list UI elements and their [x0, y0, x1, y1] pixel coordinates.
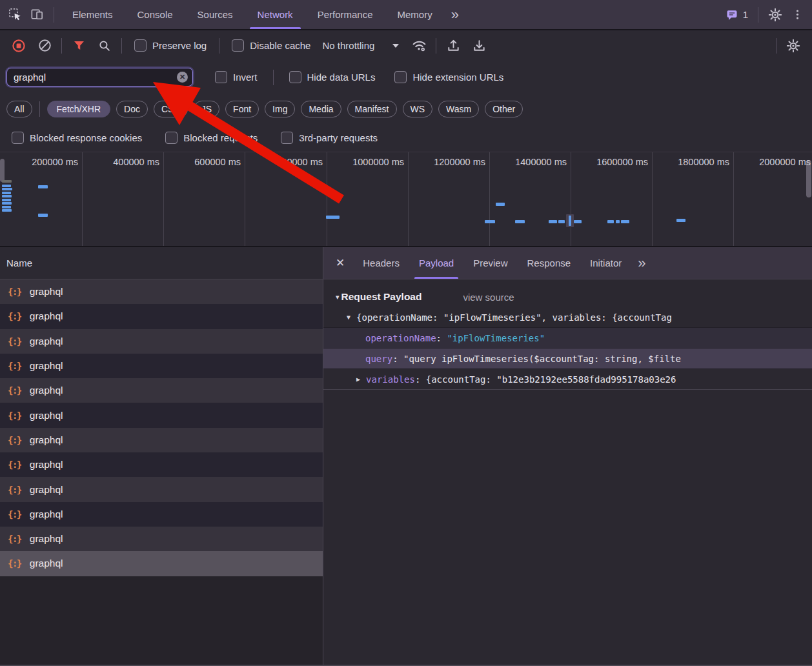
network-request-bar[interactable]: [676, 219, 685, 222]
tab-sources[interactable]: Sources: [185, 0, 245, 29]
collapse-triangle-icon[interactable]: ▾: [336, 293, 340, 301]
payload-operation-row[interactable]: operationName: "ipFlowTimeseries": [323, 327, 812, 348]
filter-chip-fetch-xhr[interactable]: Fetch/XHR: [47, 101, 110, 117]
more-detail-tabs-icon[interactable]: »: [631, 256, 652, 270]
tab-performance[interactable]: Performance: [305, 0, 385, 29]
tab-memory[interactable]: Memory: [385, 0, 445, 29]
network-request-bar[interactable]: [485, 220, 495, 223]
preserve-log-checkbox-group[interactable]: Preserve log: [134, 39, 207, 52]
network-request-bar[interactable]: [38, 185, 48, 188]
tab-console[interactable]: Console: [125, 0, 185, 29]
network-request-bar[interactable]: [2, 192, 11, 194]
tab-headers[interactable]: Headers: [353, 247, 409, 279]
more-tabs-icon[interactable]: »: [445, 8, 465, 22]
search-icon[interactable]: [94, 35, 116, 57]
filter-chip-css[interactable]: CSS: [154, 101, 188, 117]
table-row[interactable]: graphql: [0, 354, 323, 378]
hide-extension-urls-checkbox[interactable]: [394, 71, 407, 83]
table-row[interactable]: graphql: [0, 502, 323, 527]
blocked-cookies-checkbox-group[interactable]: Blocked response cookies: [12, 132, 142, 144]
kebab-menu-icon[interactable]: [786, 4, 808, 26]
payload-root-row[interactable]: ▼ {operationName: "ipFlowTimeseries", va…: [323, 307, 812, 327]
tab-payload[interactable]: Payload: [409, 247, 463, 279]
hide-extension-urls-checkbox-group[interactable]: Hide extension URLs: [394, 71, 503, 83]
filter-chip-manifest[interactable]: Manifest: [347, 101, 397, 117]
table-row[interactable]: graphql: [0, 304, 323, 328]
settings-gear-icon[interactable]: [764, 4, 786, 26]
network-request-bar[interactable]: [2, 206, 11, 208]
network-settings-gear-icon[interactable]: [782, 35, 804, 57]
filter-chip-img[interactable]: Img: [265, 101, 295, 117]
network-request-bar[interactable]: [2, 180, 12, 183]
table-row[interactable]: graphql: [0, 378, 323, 403]
filter-chip-other[interactable]: Other: [485, 101, 523, 117]
filter-chip-font[interactable]: Font: [225, 101, 259, 117]
table-row[interactable]: graphql: [0, 428, 323, 452]
expanded-triangle-icon[interactable]: ▼: [347, 314, 350, 321]
record-network-log-icon[interactable]: [8, 35, 30, 57]
network-request-bar[interactable]: [2, 209, 12, 212]
hide-data-urls-checkbox-group[interactable]: Hide data URLs: [289, 71, 376, 83]
table-row[interactable]: graphql: [0, 452, 323, 477]
network-request-bar[interactable]: [326, 216, 340, 219]
table-row[interactable]: graphql: [0, 527, 323, 551]
network-request-bar[interactable]: [2, 185, 11, 187]
import-har-icon[interactable]: [442, 35, 464, 57]
network-request-bar[interactable]: [2, 202, 12, 205]
table-row[interactable]: graphql: [0, 279, 323, 304]
disable-cache-checkbox[interactable]: [232, 39, 244, 52]
network-request-bar[interactable]: [574, 220, 582, 223]
third-party-checkbox-group[interactable]: 3rd-party requests: [281, 132, 378, 144]
filter-chip-wasm[interactable]: Wasm: [438, 101, 479, 117]
filter-chip-doc[interactable]: Doc: [116, 101, 148, 117]
tab-response[interactable]: Response: [518, 247, 581, 279]
request-payload-section-header[interactable]: ▾ Request Payload view source: [323, 287, 812, 307]
network-request-bar[interactable]: [569, 216, 571, 226]
blocked-requests-checkbox-group[interactable]: Blocked requests: [165, 132, 258, 144]
invert-checkbox[interactable]: [215, 71, 227, 83]
tab-network[interactable]: Network: [245, 0, 305, 29]
export-har-icon[interactable]: [468, 35, 490, 57]
disable-cache-checkbox-group[interactable]: Disable cache: [232, 39, 310, 52]
table-row[interactable]: graphql: [0, 551, 323, 576]
filter-chip-media[interactable]: Media: [301, 101, 341, 117]
blocked-requests-checkbox[interactable]: [165, 132, 178, 144]
network-request-bar[interactable]: [616, 220, 620, 223]
table-row[interactable]: graphql: [0, 403, 323, 427]
invert-checkbox-group[interactable]: Invert: [215, 71, 258, 83]
network-request-bar[interactable]: [607, 220, 614, 223]
network-request-bar[interactable]: [2, 195, 12, 197]
network-conditions-icon[interactable]: [408, 35, 430, 57]
network-request-bar[interactable]: [2, 188, 12, 190]
tab-elements[interactable]: Elements: [60, 0, 125, 29]
filter-chip-ws[interactable]: WS: [403, 101, 433, 117]
overview-left-handle[interactable]: [0, 159, 5, 182]
network-request-bar[interactable]: [558, 220, 565, 223]
network-request-bar[interactable]: [2, 199, 11, 201]
issues-counter[interactable]: 1: [722, 8, 752, 21]
hide-data-urls-checkbox[interactable]: [289, 71, 301, 83]
filter-chip-all[interactable]: All: [6, 101, 32, 117]
inspect-element-icon[interactable]: [4, 4, 26, 26]
device-toolbar-icon[interactable]: [26, 4, 48, 26]
view-source-link[interactable]: view source: [463, 292, 514, 303]
network-overview-timeline[interactable]: 200000 ms400000 ms600000 ms800000 ms1000…: [0, 152, 812, 247]
filter-funnel-icon[interactable]: [68, 35, 90, 57]
table-row[interactable]: graphql: [0, 329, 323, 354]
network-request-bar[interactable]: [621, 220, 629, 223]
table-row[interactable]: graphql: [0, 477, 323, 501]
network-request-bar[interactable]: [549, 220, 557, 223]
filter-input[interactable]: graphql ✕: [6, 68, 193, 86]
network-request-bar[interactable]: [496, 203, 505, 206]
collapsed-triangle-icon[interactable]: ▶: [356, 376, 360, 383]
throttling-select[interactable]: No throttling: [322, 40, 399, 51]
filter-chip-js[interactable]: JS: [194, 101, 219, 117]
clear-network-log-icon[interactable]: [34, 35, 56, 57]
payload-query-row[interactable]: query: "query ipFlowTimeseries($accountT…: [323, 348, 812, 368]
third-party-checkbox[interactable]: [281, 132, 293, 144]
network-request-bar[interactable]: [515, 220, 525, 223]
blocked-cookies-checkbox[interactable]: [12, 132, 24, 144]
clear-filter-icon[interactable]: ✕: [177, 72, 188, 83]
tab-preview[interactable]: Preview: [463, 247, 517, 279]
payload-variables-row[interactable]: ▶ variables: {accountTag: "b12e3b2192ee5…: [323, 368, 812, 390]
